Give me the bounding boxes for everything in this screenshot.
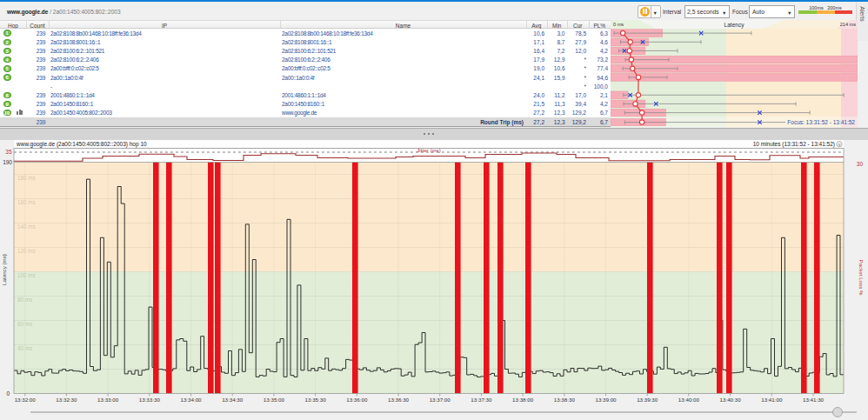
svg-text:v: v <box>838 142 841 147</box>
svg-text:13:41:30: 13:41:30 <box>803 397 825 403</box>
svg-text:13:33:30: 13:33:30 <box>139 397 161 403</box>
svg-text:13:41:00: 13:41:00 <box>761 397 783 403</box>
svg-text:Latency (ms): Latency (ms) <box>1 254 7 285</box>
svg-text:13:34:30: 13:34:30 <box>222 397 244 403</box>
svg-text:13:37:00: 13:37:00 <box>430 397 451 403</box>
svg-text:13:32:00: 13:32:00 <box>15 397 37 403</box>
svg-text:Latency: Latency <box>724 22 745 29</box>
svg-text:13:37:30: 13:37:30 <box>471 397 492 403</box>
svg-text:13:35:30: 13:35:30 <box>305 397 327 403</box>
svg-text:13:40:30: 13:40:30 <box>720 397 742 403</box>
svg-text:35: 35 <box>5 149 12 155</box>
svg-text:13:39:00: 13:39:00 <box>595 397 617 403</box>
svg-text:13:38:00: 13:38:00 <box>512 397 534 403</box>
svg-text:13:40:00: 13:40:00 <box>678 397 700 403</box>
svg-text:100 ms: 100 ms <box>17 272 36 278</box>
svg-text:0: 0 <box>6 390 10 397</box>
svg-text:0 ms: 0 ms <box>613 22 624 27</box>
svg-text:13:35:00: 13:35:00 <box>264 397 285 403</box>
svg-text:190: 190 <box>3 159 12 165</box>
svg-text:214 ms: 214 ms <box>840 22 857 27</box>
svg-text:Packet Loss %: Packet Loss % <box>858 260 865 296</box>
svg-text:180 ms: 180 ms <box>17 175 36 181</box>
svg-text:160 ms: 160 ms <box>17 199 36 205</box>
svg-text:10 minutes (13:31:52 - 13:41:5: 10 minutes (13:31:52 - 13:41:52) <box>753 141 835 148</box>
svg-text:30: 30 <box>857 161 864 167</box>
svg-text:13:33:00: 13:33:00 <box>97 397 119 403</box>
svg-text:www.google.de (2a00:1450:4005:: www.google.de (2a00:1450:4005:802::2003)… <box>16 141 147 148</box>
svg-text:13:39:30: 13:39:30 <box>637 397 658 403</box>
svg-text:120 ms: 120 ms <box>17 248 36 254</box>
svg-text:140 ms: 140 ms <box>17 223 36 230</box>
svg-text:13:38:30: 13:38:30 <box>554 397 576 403</box>
svg-text:13:36:30: 13:36:30 <box>388 397 410 403</box>
svg-text:Jitter (ms): Jitter (ms) <box>417 147 441 153</box>
svg-text:13:34:00: 13:34:00 <box>180 397 202 403</box>
svg-text:13:36:00: 13:36:00 <box>346 397 368 403</box>
svg-text:13:32:30: 13:32:30 <box>56 397 77 403</box>
